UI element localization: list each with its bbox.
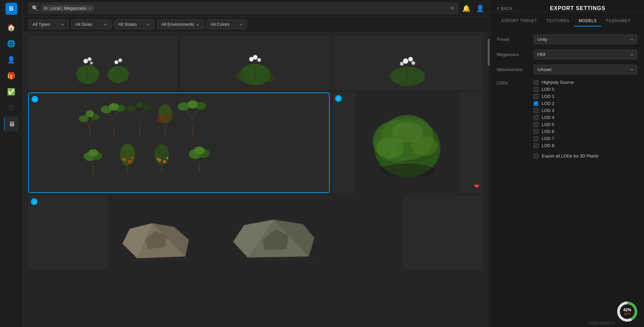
rock-row: ✓ [28, 196, 482, 269]
export-all-lods-checkbox[interactable] [534, 154, 538, 158]
filter-states-dropdown[interactable]: All States [114, 19, 154, 29]
megascans-label: Megascans [497, 52, 534, 57]
filter-colors-dropdown[interactable]: All Colors [207, 19, 247, 29]
assets-grid: ✓ [23, 32, 488, 327]
sidebar-item-browse[interactable]: 🌐 [4, 36, 19, 51]
right-panel-header: BACK EXPORT SETTINGS [490, 0, 644, 12]
asset-card-plant-collection[interactable]: ✓ [28, 92, 330, 193]
search-icon: 🔍 [32, 5, 39, 11]
svg-point-9 [118, 58, 122, 62]
svg-point-37 [109, 103, 119, 111]
app-logo[interactable]: B [5, 3, 17, 15]
preset-row: Preset Unity [497, 35, 637, 44]
main-content: 🔍 In: Local / Megascans ✕ ✕ 🔔 👤 All Type… [23, 0, 490, 327]
preset-select[interactable]: Unity [534, 35, 637, 44]
cpu-section: 42% 50°C CSDN @钩行川. [490, 300, 644, 327]
svg-point-24 [411, 61, 415, 65]
lod-checkbox-8[interactable] [534, 143, 538, 148]
lods-header: LODs Highpoly Source LOD 0 LOD 1 [497, 80, 637, 148]
asset-card-flower-2[interactable] [180, 36, 330, 90]
svg-point-81 [392, 122, 423, 143]
sidebar-item-favorites[interactable]: ♡ [4, 101, 19, 115]
cpu-temp: 50°C [624, 312, 631, 316]
svg-point-82 [380, 164, 435, 177]
search-tag: In: Local / Megascans ✕ [41, 5, 94, 11]
export-all-lods-row: Export all LODs for 3D Plants [497, 153, 637, 158]
svg-point-23 [400, 62, 404, 66]
asset-card-shrub-single[interactable]: ✓ ❤ [332, 92, 482, 193]
export-settings-title: EXPORT SETTINGS [518, 5, 637, 11]
svg-point-69 [157, 158, 159, 160]
sidebar-item-home[interactable]: 🏠 [4, 20, 19, 35]
top-bar-icons: 🔔 👤 [462, 4, 484, 12]
lod-checkbox-highpoly[interactable] [534, 80, 538, 85]
filter-types-dropdown[interactable]: All Types [28, 19, 68, 29]
metahumans-label: MetaHumans [497, 67, 534, 72]
metahumans-row: MetaHumans UAsset [497, 65, 637, 74]
tab-textures[interactable]: TEXTURES [542, 16, 574, 26]
lod-checkbox-7[interactable] [534, 136, 538, 141]
svg-point-15 [257, 58, 261, 62]
svg-point-31 [86, 110, 94, 117]
svg-point-4 [88, 57, 91, 61]
svg-point-65 [154, 144, 169, 165]
svg-point-61 [128, 160, 131, 163]
lod-item-highpoly: Highpoly Source [534, 80, 637, 85]
top-bar: 🔍 In: Local / Megascans ✕ ✕ 🔔 👤 [23, 0, 490, 17]
filter-bar: All Types All Sizes All States All Envir… [23, 17, 490, 32]
notification-icon[interactable]: 🔔 [462, 4, 471, 12]
megascans-select[interactable]: FBX [534, 50, 637, 59]
svg-point-17 [263, 73, 274, 82]
sidebar-item-desktop[interactable]: 🖥 [4, 117, 19, 131]
scrollbar-thumb[interactable] [488, 39, 490, 66]
watermark: CSDN @钩行川. [589, 321, 616, 326]
preset-label: Preset [497, 37, 534, 42]
svg-point-59 [120, 144, 135, 166]
svg-point-41 [127, 106, 136, 111]
top-asset-row [28, 36, 482, 90]
lod-checkbox-5[interactable] [534, 122, 538, 127]
search-tag-close-button[interactable]: ✕ [88, 6, 92, 11]
filter-environments-dropdown[interactable]: All Environments [157, 19, 204, 29]
asset-card-rocks[interactable]: ✓ [28, 196, 482, 269]
lods-list: Highpoly Source LOD 0 LOD 1 LOD 2 [534, 80, 637, 148]
metahumans-select[interactable]: UAsset [534, 65, 637, 74]
svg-point-67 [163, 160, 166, 163]
lod-checkbox-0[interactable] [534, 87, 538, 92]
tab-filenames[interactable]: FILENAMES [601, 16, 635, 26]
svg-point-53 [187, 100, 198, 108]
svg-point-66 [158, 159, 161, 161]
sidebar-item-approved[interactable]: ✅ [4, 84, 19, 99]
lod-checkbox-1[interactable] [534, 94, 538, 99]
middle-asset-row: ✓ [28, 92, 482, 193]
svg-point-63 [122, 158, 124, 160]
svg-point-21 [403, 58, 408, 64]
svg-point-60 [123, 158, 126, 161]
lod-checkbox-4[interactable] [534, 115, 538, 120]
scrollbar-track[interactable] [488, 32, 490, 327]
tab-models[interactable]: MODELS [574, 16, 601, 26]
svg-point-62 [131, 157, 133, 159]
back-button[interactable]: BACK [497, 6, 513, 11]
cpu-percent: 42% [623, 308, 631, 312]
lod-checkbox-6[interactable] [534, 129, 538, 134]
sidebar-item-profile[interactable]: 👤 [4, 52, 19, 67]
lods-label: LODs [497, 80, 534, 85]
asset-card-flower-1[interactable] [28, 36, 178, 90]
favorite-icon[interactable]: ❤ [474, 182, 480, 190]
svg-point-29 [79, 115, 89, 122]
search-clear-button[interactable]: ✕ [450, 5, 454, 11]
asset-card-flower-3[interactable] [333, 36, 482, 90]
user-icon[interactable]: 👤 [476, 4, 484, 12]
lod-checkbox-2[interactable] [534, 101, 538, 106]
sidebar-item-gifts[interactable]: 🎁 [4, 68, 19, 83]
svg-rect-0 [65, 36, 142, 90]
lod-item-0: LOD 0 [534, 87, 637, 92]
filter-sizes-dropdown[interactable]: All Sizes [71, 19, 111, 29]
search-box[interactable]: 🔍 In: Local / Megascans ✕ ✕ [28, 3, 458, 14]
svg-point-5 [90, 61, 93, 64]
svg-point-73 [194, 146, 205, 154]
lod-checkbox-3[interactable] [534, 108, 538, 113]
lod-item-8: LOD 8 [534, 143, 637, 148]
tab-export-target[interactable]: EXPORT TARGET [497, 16, 542, 26]
